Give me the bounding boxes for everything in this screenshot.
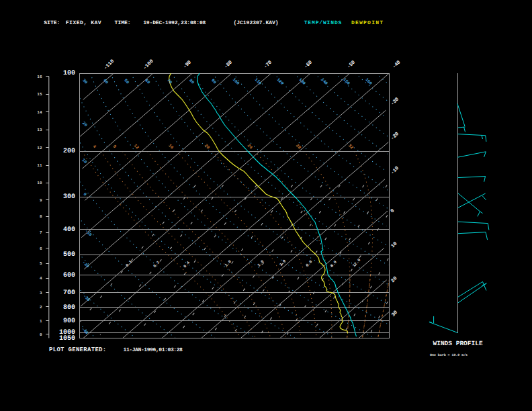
svg-text:9: 9 <box>40 198 42 203</box>
svg-text:One barb = 10.0 m/s: One barb = 10.0 m/s <box>430 353 468 357</box>
svg-text:500: 500 <box>63 251 75 259</box>
svg-text:15: 15 <box>37 92 42 97</box>
svg-text:5: 5 <box>40 261 42 266</box>
svg-text:10: 10 <box>37 181 42 185</box>
svg-text:400: 400 <box>63 226 75 234</box>
svg-text:11: 11 <box>37 163 42 168</box>
svg-text:800: 800 <box>63 304 75 312</box>
svg-text:TIME:: TIME: <box>115 20 131 26</box>
svg-text:1: 1 <box>40 319 42 324</box>
svg-text:7: 7 <box>40 230 42 235</box>
svg-text:12: 12 <box>37 146 42 150</box>
svg-text:8: 8 <box>40 214 42 219</box>
svg-text:19-DEC-1992,23:08:08: 19-DEC-1992,23:08:08 <box>143 20 206 26</box>
svg-text:(JC192307.KAV): (JC192307.KAV) <box>233 20 278 26</box>
svg-text:3: 3 <box>40 291 42 295</box>
svg-text:TEMP/WINDS: TEMP/WINDS <box>304 20 343 26</box>
svg-text:300: 300 <box>63 193 75 201</box>
svg-text:100: 100 <box>63 70 75 77</box>
svg-text:11-JAN-1996,01:03:28: 11-JAN-1996,01:03:28 <box>124 347 183 353</box>
svg-text:FIXED, KAV: FIXED, KAV <box>66 20 102 26</box>
svg-text:DEWPOINT: DEWPOINT <box>351 20 384 26</box>
svg-text:14: 14 <box>37 110 42 115</box>
svg-text:900: 900 <box>63 318 75 325</box>
svg-text:1050: 1050 <box>59 335 75 342</box>
svg-text:600: 600 <box>63 272 75 279</box>
svg-text:16: 16 <box>37 75 42 79</box>
svg-text:700: 700 <box>63 289 75 297</box>
svg-text:PLOT GENERATED:: PLOT GENERATED: <box>49 347 107 353</box>
svg-text:SITE:: SITE: <box>44 20 60 26</box>
svg-text:0: 0 <box>40 332 42 337</box>
svg-text:13: 13 <box>37 128 42 132</box>
svg-text:4: 4 <box>40 276 42 281</box>
svg-text:2: 2 <box>40 305 42 310</box>
svg-text:WINDS PROFILE: WINDS PROFILE <box>433 340 483 347</box>
svg-text:6: 6 <box>40 246 42 251</box>
svg-text:200: 200 <box>63 148 75 155</box>
